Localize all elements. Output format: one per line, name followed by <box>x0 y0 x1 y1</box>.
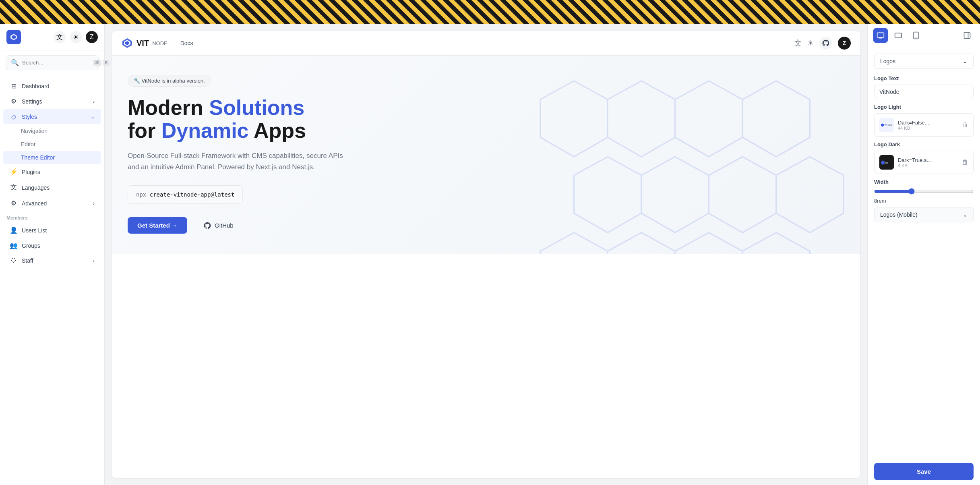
top-bar <box>0 0 980 24</box>
hero-title: Modern Solutions for Dynamic Apps <box>128 96 844 142</box>
plugins-icon: ⚡ <box>10 168 18 176</box>
right-panel: Logos ⌄ Logo Text Logo Light VIT NODE Da… <box>867 0 980 485</box>
logo-light-file-item: VIT NODE Dark=False.... 44 KB 🗑 <box>874 113 974 137</box>
logo-light-delete-button[interactable]: 🗑 <box>962 121 968 129</box>
width-slider-container: 8rem <box>874 188 974 204</box>
groups-label: Groups <box>22 242 40 249</box>
github-button[interactable]: GitHub <box>194 217 243 234</box>
preview-logo: VIT NODE <box>121 37 167 49</box>
preview-area: VIT NODE Docs 文 ☀ Z <box>111 31 861 479</box>
tablet-landscape-device-button[interactable] <box>891 28 906 43</box>
users-label: Users List <box>22 227 47 234</box>
preview-docs-link[interactable]: Docs <box>180 40 193 46</box>
save-button[interactable]: Save <box>874 463 974 480</box>
logo-light-field-label: Logo Light <box>874 104 974 110</box>
hero-title-prefix2: for <box>128 119 161 142</box>
search-bar[interactable]: 🔍 ⌘ K <box>6 55 99 70</box>
hero-badge: 🔧 VitNode is in alpha version. <box>128 75 211 87</box>
svg-marker-28 <box>881 124 884 127</box>
sidebar-item-languages[interactable]: 文 Languages <box>3 180 101 195</box>
sidebar-item-styles[interactable]: ◇ Styles ⌄ <box>3 109 101 124</box>
styles-icon: ◇ <box>10 113 18 120</box>
hero-subtitle: Open-Source Full-stack Framework with CM… <box>128 150 353 172</box>
width-value: 8rem <box>874 198 974 204</box>
svg-marker-14 <box>608 232 675 253</box>
preview-github-icon <box>819 37 832 50</box>
languages-icon: 文 <box>10 183 18 192</box>
logo-light-thumb: VIT NODE <box>879 118 894 132</box>
sidebar: 文 ☀ Z 🔍 ⌘ K ⊞ Dashboard ⚙ Settings › ◇ S… <box>0 0 105 485</box>
logos-mobile-label: Logos (Mobile) <box>880 211 918 218</box>
search-icon: 🔍 <box>11 59 19 66</box>
sidebar-item-dashboard[interactable]: ⊞ Dashboard <box>3 79 101 93</box>
sidebar-item-plugins[interactable]: ⚡ Plugins <box>3 164 101 179</box>
hero-title-accent1: Solutions <box>209 96 304 119</box>
logos-mobile-section-dropdown[interactable]: Logos (Mobile) ⌄ <box>874 207 974 222</box>
github-label: GitHub <box>215 222 234 229</box>
logos-chevron-icon: ⌄ <box>963 58 968 64</box>
desktop-device-button[interactable] <box>873 28 888 43</box>
svg-point-25 <box>916 37 916 38</box>
preview-nav-links: Docs <box>180 40 193 46</box>
svg-rect-26 <box>964 33 970 39</box>
logo-light-name: Dark=False.... <box>898 120 958 126</box>
preview-hero: 🔧 VitNode is in alpha version. Modern So… <box>112 56 860 254</box>
cmd-key: ⌘ <box>93 60 101 66</box>
translate-icon[interactable]: 文 <box>54 31 66 43</box>
main-content: VIT NODE Docs 文 ☀ Z <box>105 0 867 485</box>
sidebar-item-settings[interactable]: ⚙ Settings › <box>3 94 101 109</box>
preview-logo-light: NODE <box>152 40 167 46</box>
tablet-portrait-device-button[interactable] <box>909 28 923 43</box>
svg-rect-21 <box>877 33 884 37</box>
hero-code-block: npx create-vitnode-app@latest <box>128 185 243 204</box>
sidebar-item-advanced[interactable]: ⚙ Advanced › <box>3 196 101 211</box>
sidebar-item-theme-editor[interactable]: Theme Editor <box>3 151 101 164</box>
theme-toggle-icon[interactable]: ☀ <box>70 31 82 43</box>
logo-light-size: 44 KB <box>898 126 958 131</box>
get-started-button[interactable]: Get Started → <box>128 217 187 234</box>
preview-user-icon: Z <box>838 37 851 50</box>
styles-label: Styles <box>22 114 37 120</box>
sidebar-item-navigation[interactable]: Navigation <box>3 124 101 137</box>
logos-mobile-chevron-icon: ⌄ <box>963 211 968 218</box>
logo-light-info: Dark=False.... 44 KB <box>898 120 958 131</box>
advanced-arrow-icon: › <box>93 201 95 206</box>
styles-arrow-icon: ⌄ <box>91 114 95 120</box>
svg-rect-22 <box>895 33 902 38</box>
logo-dark-thumb: VIT <box>879 155 894 170</box>
sidebar-item-staff[interactable]: 🛡 Staff › <box>3 253 101 268</box>
code-pkg: create-vitnode-app@latest <box>150 191 235 198</box>
logo-text-field-label: Logo Text <box>874 75 974 81</box>
plugins-label: Plugins <box>22 169 40 175</box>
logo-dark-field-label: Logo Dark <box>874 141 974 147</box>
svg-text:VIT: VIT <box>885 124 888 126</box>
app-logo <box>6 30 21 44</box>
svg-marker-16 <box>742 232 810 253</box>
search-shortcut: ⌘ K <box>93 60 110 66</box>
panel-toggle-button[interactable] <box>960 28 974 43</box>
settings-icon: ⚙ <box>10 97 18 105</box>
logo-dark-delete-button[interactable]: 🗑 <box>962 159 968 166</box>
sidebar-item-editor[interactable]: Editor <box>3 138 101 151</box>
sidebar-item-groups[interactable]: 👥 Groups <box>3 238 101 253</box>
editor-label: Editor <box>21 141 36 147</box>
preview-translate-icon: 文 <box>794 38 802 48</box>
sidebar-item-users[interactable]: 👤 Users List <box>3 223 101 238</box>
user-avatar-icon[interactable]: Z <box>86 31 98 43</box>
sidebar-header: 文 ☀ Z <box>0 24 104 50</box>
logo-dark-name: Dark=True.s... <box>898 157 958 163</box>
nav-section: ⊞ Dashboard ⚙ Settings › ◇ Styles ⌄ Navi… <box>0 75 104 485</box>
logo-dark-file-item: VIT Dark=True.s... 4 KB 🗑 <box>874 151 974 174</box>
hero-title-plain2: Apps <box>249 119 306 142</box>
panel-body: Logos ⌄ Logo Text Logo Light VIT NODE Da… <box>868 47 980 458</box>
navigation-label: Navigation <box>21 128 48 134</box>
search-input[interactable] <box>22 60 90 66</box>
settings-arrow-icon: › <box>93 99 95 104</box>
logo-text-input[interactable] <box>874 85 974 99</box>
hero-title-accent2: Dynamic <box>161 119 249 142</box>
logos-section-dropdown[interactable]: Logos ⌄ <box>874 54 974 69</box>
preview-nav-icons: 文 ☀ Z <box>794 37 851 50</box>
members-section-label: Members <box>0 211 104 222</box>
width-slider[interactable] <box>874 188 974 195</box>
staff-icon: 🛡 <box>10 257 18 264</box>
